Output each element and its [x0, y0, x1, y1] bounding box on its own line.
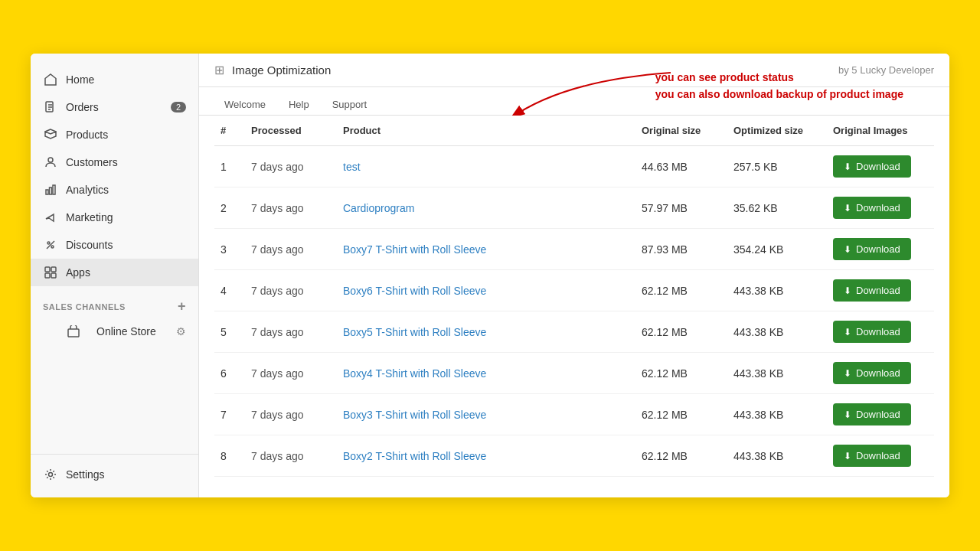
- download-label: Download: [856, 409, 900, 420]
- download-button[interactable]: ⬇ Download: [833, 403, 911, 425]
- orders-icon: [43, 99, 58, 115]
- store-icon: [66, 324, 81, 339]
- sidebar-item-products[interactable]: Products: [31, 121, 198, 148]
- download-label: Download: [856, 243, 900, 255]
- sidebar-item-apps[interactable]: Apps: [31, 259, 198, 286]
- cell-optimized-size: 443.38 KB: [727, 353, 827, 394]
- cell-original-size: 62.12 MB: [635, 353, 727, 394]
- sidebar-bottom: Settings: [31, 454, 198, 488]
- analytics-icon: [43, 182, 58, 197]
- cell-original-size: 62.12 MB: [635, 394, 727, 435]
- sidebar-item-analytics[interactable]: Analytics: [31, 176, 198, 204]
- product-link[interactable]: Cardioprogram: [343, 202, 414, 214]
- download-button[interactable]: ⬇ Download: [833, 445, 911, 467]
- settings-label: Settings: [66, 468, 105, 481]
- download-icon: ⬇: [844, 285, 851, 296]
- settings-icon: [43, 467, 58, 482]
- online-store-settings-icon[interactable]: ⚙: [176, 325, 186, 337]
- sidebar-item-products-label: Products: [66, 129, 108, 141]
- product-link[interactable]: Boxy2 T-Shirt with Roll Sleeve: [343, 450, 486, 462]
- svg-point-1: [48, 158, 53, 162]
- tab-help[interactable]: Help: [279, 93, 319, 115]
- cell-processed: 7 days ago: [245, 270, 337, 311]
- product-link[interactable]: Boxy6 T-Shirt with Roll Sleeve: [343, 285, 486, 297]
- download-label: Download: [856, 326, 900, 337]
- sidebar-item-discounts[interactable]: Discounts: [31, 231, 198, 259]
- table-header-row: # Processed Product Original size Optimi…: [214, 116, 934, 146]
- download-button[interactable]: ⬇ Download: [833, 155, 911, 178]
- svg-point-5: [47, 242, 50, 244]
- cell-product[interactable]: Boxy6 T-Shirt with Roll Sleeve: [337, 270, 635, 311]
- table-row: 6 7 days ago Boxy4 T-Shirt with Roll Sle…: [214, 353, 934, 394]
- cell-product[interactable]: Boxy4 T-Shirt with Roll Sleeve: [337, 353, 635, 394]
- sidebar-item-online-store[interactable]: Online Store ⚙: [31, 318, 198, 345]
- cell-download: ⬇ Download: [827, 394, 934, 435]
- download-icon: ⬇: [844, 203, 851, 214]
- discounts-icon: [43, 237, 58, 253]
- product-link[interactable]: Boxy4 T-Shirt with Roll Sleeve: [343, 367, 486, 380]
- sidebar-item-analytics-label: Analytics: [66, 184, 109, 196]
- col-action-header: Original Images: [827, 116, 934, 146]
- download-icon: ⬇: [844, 451, 851, 461]
- cell-product[interactable]: test: [337, 146, 635, 187]
- cell-optimized-size: 443.38 KB: [727, 435, 827, 477]
- customers-icon: [43, 155, 58, 170]
- sidebar-item-marketing[interactable]: Marketing: [31, 204, 198, 231]
- col-processed-header: Processed: [245, 116, 337, 146]
- cell-processed: 7 days ago: [245, 353, 337, 394]
- cell-product[interactable]: Cardioprogram: [337, 187, 635, 229]
- cell-num: 3: [214, 229, 245, 270]
- product-link[interactable]: Boxy7 T-Shirt with Roll Sleeve: [343, 243, 486, 256]
- table-row: 2 7 days ago Cardioprogram 57.97 MB 35.6…: [214, 187, 934, 229]
- download-button[interactable]: ⬇ Download: [833, 197, 911, 219]
- cell-download: ⬇ Download: [827, 435, 934, 477]
- svg-point-6: [51, 246, 54, 248]
- cell-num: 1: [214, 146, 245, 187]
- main-header: ⊞ Image Optimization by 5 Lucky Develope…: [199, 54, 949, 87]
- cell-num: 6: [214, 353, 245, 394]
- cell-optimized-size: 443.38 KB: [727, 394, 827, 435]
- sidebar-item-settings[interactable]: Settings: [31, 461, 198, 488]
- page-title: Image Optimization: [232, 64, 331, 77]
- download-button[interactable]: ⬇ Download: [833, 362, 911, 384]
- svg-point-12: [49, 473, 53, 477]
- download-icon: ⬇: [844, 409, 851, 420]
- cell-product[interactable]: Boxy7 T-Shirt with Roll Sleeve: [337, 229, 635, 270]
- download-label: Download: [856, 161, 900, 172]
- sidebar-item-home[interactable]: Home: [31, 66, 198, 93]
- download-icon: ⬇: [844, 244, 851, 255]
- sidebar-item-home-label: Home: [66, 73, 94, 86]
- tab-support[interactable]: Support: [322, 93, 377, 115]
- cell-original-size: 44.63 MB: [635, 146, 727, 187]
- cell-download: ⬇ Download: [827, 353, 934, 394]
- table-row: 5 7 days ago Boxy5 T-Shirt with Roll Sle…: [214, 311, 934, 353]
- cell-num: 7: [214, 394, 245, 435]
- add-sales-channel-icon[interactable]: +: [178, 298, 186, 315]
- download-button[interactable]: ⬇ Download: [833, 321, 911, 343]
- col-num-header: #: [214, 116, 245, 146]
- cell-original-size: 57.97 MB: [635, 187, 727, 229]
- products-icon: [43, 127, 58, 142]
- tab-welcome[interactable]: Welcome: [214, 93, 276, 115]
- download-button[interactable]: ⬇ Download: [833, 279, 911, 302]
- product-link[interactable]: Boxy3 T-Shirt with Roll Sleeve: [343, 409, 486, 421]
- cell-product[interactable]: Boxy2 T-Shirt with Roll Sleeve: [337, 435, 635, 477]
- orders-badge: 2: [171, 102, 186, 112]
- cell-processed: 7 days ago: [245, 187, 337, 229]
- cell-original-size: 62.12 MB: [635, 435, 727, 477]
- sidebar-item-orders[interactable]: Orders 2: [31, 93, 198, 121]
- table-row: 1 7 days ago test 44.63 MB 257.5 KB ⬇ Do…: [214, 146, 934, 187]
- sidebar-item-discounts-label: Discounts: [66, 239, 113, 251]
- product-link[interactable]: Boxy5 T-Shirt with Roll Sleeve: [343, 326, 486, 338]
- svg-rect-3: [50, 187, 52, 194]
- col-product-header: Product: [337, 116, 635, 146]
- product-link[interactable]: test: [343, 161, 361, 173]
- cell-num: 5: [214, 311, 245, 353]
- cell-original-size: 62.12 MB: [635, 270, 727, 311]
- cell-product[interactable]: Boxy5 T-Shirt with Roll Sleeve: [337, 311, 635, 353]
- svg-rect-4: [53, 185, 55, 194]
- cell-product[interactable]: Boxy3 T-Shirt with Roll Sleeve: [337, 394, 635, 435]
- download-button[interactable]: ⬇ Download: [833, 238, 911, 260]
- cell-processed: 7 days ago: [245, 229, 337, 270]
- sidebar-item-customers[interactable]: Customers: [31, 148, 198, 176]
